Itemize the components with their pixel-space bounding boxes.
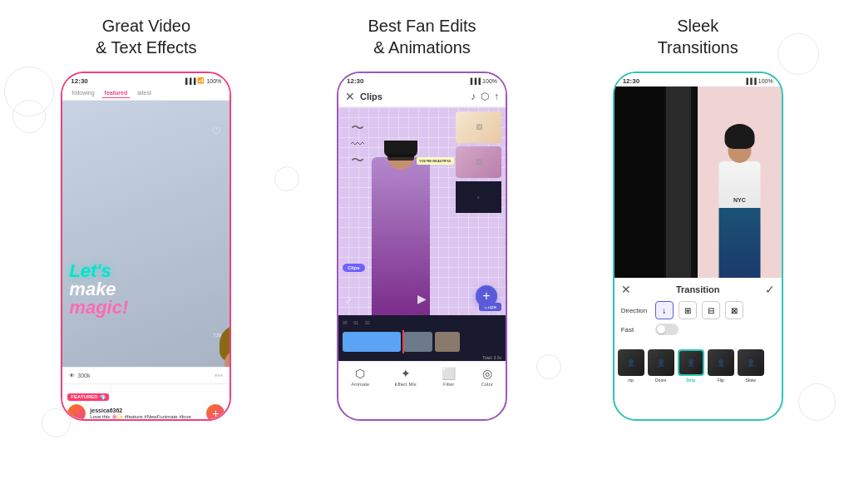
filter-label: Filter	[443, 382, 454, 387]
more-icon[interactable]: •••	[215, 371, 224, 380]
timeline-ruler: 00 01 02	[343, 318, 501, 328]
time-2: 12:30	[347, 77, 363, 85]
status-bar-1: 12:30 ▐▐▐ 📶 100%	[62, 73, 230, 86]
confirm-transition-btn[interactable]: ✓	[765, 283, 775, 296]
phone1-footer: FEATURED 💎 jessica6362 Love this 🌸✨ #fea…	[62, 383, 230, 421]
text-overlay: Let's make magic!	[69, 262, 128, 317]
tool-filter[interactable]: ⬜ Filter	[442, 367, 456, 387]
play-icon[interactable]: ▶	[417, 292, 427, 305]
bg-gradient	[62, 101, 230, 367]
add-btn-purple[interactable]: +	[476, 285, 497, 307]
color-label: Color	[481, 382, 492, 387]
tool-effect-mix[interactable]: ✦ Effect Mix	[395, 367, 417, 387]
phone2-canvas: 〜〰〜 🖼 🖼	[338, 107, 506, 315]
username: jessica6362	[90, 408, 202, 413]
phone1-content: ✦ ✧ ✦ ✧ ✦✧ ✦ ✧ ✦ Let's make	[62, 101, 230, 367]
clip-3[interactable]	[435, 332, 460, 352]
heart-icon: ♡	[212, 126, 221, 137]
animate-label: Animate	[351, 382, 369, 387]
avatar	[67, 404, 86, 421]
clips-tab-label[interactable]: Clips	[343, 264, 365, 272]
signal-icon-3: ▐▐▐	[744, 78, 757, 84]
column-video-effects: Great Video & Text Effects 12:30 ▐▐▐ 📶 1…	[8, 15, 284, 496]
stats-row: 👁 300k •••	[62, 367, 230, 383]
tool-color[interactable]: ◎ Color	[481, 367, 492, 387]
thumb-strip[interactable]: 👤 Strip	[678, 349, 704, 383]
strip-2	[666, 86, 691, 278]
clip-2[interactable]	[403, 332, 432, 352]
status-icons-3: ▐▐▐ 100%	[744, 78, 773, 84]
thumb-label-strip: Strip	[686, 378, 695, 383]
fast-toggle[interactable]	[655, 324, 679, 335]
main-container: Great Video & Text Effects 12:30 ▐▐▐ 📶 1…	[0, 0, 844, 504]
fast-label: Fast	[621, 326, 650, 334]
thumb-flip[interactable]: 👤 Flip	[708, 349, 734, 383]
total-label: Total: 3.0s	[343, 355, 501, 360]
color-icon: ◎	[482, 367, 492, 380]
video-right: NYC	[698, 86, 782, 278]
eye-icon: 👁	[69, 373, 75, 378]
sticker-2: 🖼	[456, 146, 501, 178]
thumb-inner-strip: 👤	[679, 351, 703, 374]
direction-label: Direction	[621, 307, 650, 314]
thumb-skew[interactable]: 👤 Skew	[738, 349, 764, 383]
close-transition-btn[interactable]: ✕	[621, 283, 631, 296]
featured-badge: FEATURED 💎	[67, 393, 108, 401]
add-button[interactable]: +	[206, 404, 225, 421]
dir-btn-grid2[interactable]: ⊟	[702, 301, 720, 319]
thumb-inner-flip: 👤	[708, 349, 734, 376]
diamond-icon: 💎	[100, 394, 106, 400]
tab-featured[interactable]: featured	[102, 88, 131, 98]
make-text: make	[69, 280, 128, 299]
video-area: NYC	[614, 86, 782, 278]
dir-btn-grid1[interactable]: ⊞	[679, 301, 697, 319]
doodles: 〜〰〜	[351, 120, 364, 170]
phone1-nav[interactable]: following featured latest	[62, 86, 230, 101]
status-bar-3: 12:30 ▐▐▐ 100%	[614, 73, 782, 86]
stickers-panel: 🖼 🖼 ▪	[456, 111, 501, 213]
timeline-track[interactable]	[343, 330, 501, 353]
tab-latest[interactable]: latest	[135, 88, 154, 98]
thumb-inner-mp: 👤	[618, 349, 644, 376]
toggle-thumb	[657, 325, 665, 334]
time-1: 12:30	[71, 77, 87, 85]
sticker-3: ▪	[456, 181, 501, 213]
clip-1[interactable]	[343, 332, 401, 352]
tool-animate[interactable]: ⬡ Animate	[351, 367, 369, 387]
layers-icon[interactable]: ⬡	[481, 91, 489, 102]
view-count-label: 300k	[77, 373, 90, 378]
girl-figure-2	[363, 141, 438, 315]
video-left	[614, 86, 698, 278]
dir-btn-down[interactable]: ↓	[655, 301, 674, 319]
dir-btn-grid3[interactable]: ⊠	[725, 301, 743, 319]
playhead[interactable]	[402, 330, 404, 353]
mark-2: 02	[365, 320, 370, 325]
strip-effect	[614, 86, 698, 278]
thumb-mp[interactable]: 👤 mp	[618, 349, 644, 383]
battery-label-1: 100%	[206, 78, 221, 84]
column-fan-edits: Best Fan Edits & Animations 12:30 ▐▐▐ 10…	[284, 15, 560, 496]
transition-panel: ✕ Transition ✓ Direction ↓ ⊞ ⊟ ⊠ Fast	[614, 278, 782, 344]
expand-icon[interactable]: ⤢	[345, 296, 352, 305]
direction-row: Direction ↓ ⊞ ⊟ ⊠	[621, 301, 775, 319]
thumb-img-flip: 👤	[708, 349, 734, 376]
thumb-img-mp: 👤	[618, 349, 644, 376]
signal-icon-2: ▐▐▐	[468, 78, 481, 84]
thumb-img-doors: 👤	[648, 349, 674, 376]
magic-text: magic!	[69, 299, 128, 317]
phone-frame-1: 12:30 ▐▐▐ 📶 100% following featured late…	[61, 72, 231, 421]
music-icon[interactable]: ♪	[471, 91, 476, 102]
thumb-inner-doors: 👤	[648, 349, 674, 376]
thumb-doors[interactable]: 👤 Doors	[648, 349, 674, 383]
header-icons: ♪ ⬡ ↑	[471, 91, 499, 102]
status-icons-2: ▐▐▐ 100%	[468, 78, 497, 84]
nyc-text: NYC	[733, 197, 746, 203]
effect-icon: ✦	[401, 367, 411, 380]
tab-following[interactable]: following	[69, 88, 96, 98]
user-comment: Love this 🌸✨ #feature #NewFunimate #love	[90, 413, 202, 419]
close-icon[interactable]: ✕	[345, 90, 355, 103]
share-icon[interactable]: ↑	[494, 91, 499, 102]
sticker-1: 🖼	[456, 111, 501, 143]
phone2-header: ✕ Clips ♪ ⬡ ↑	[338, 86, 506, 107]
phone-frame-3: 12:30 ▐▐▐ 100%	[613, 72, 783, 421]
